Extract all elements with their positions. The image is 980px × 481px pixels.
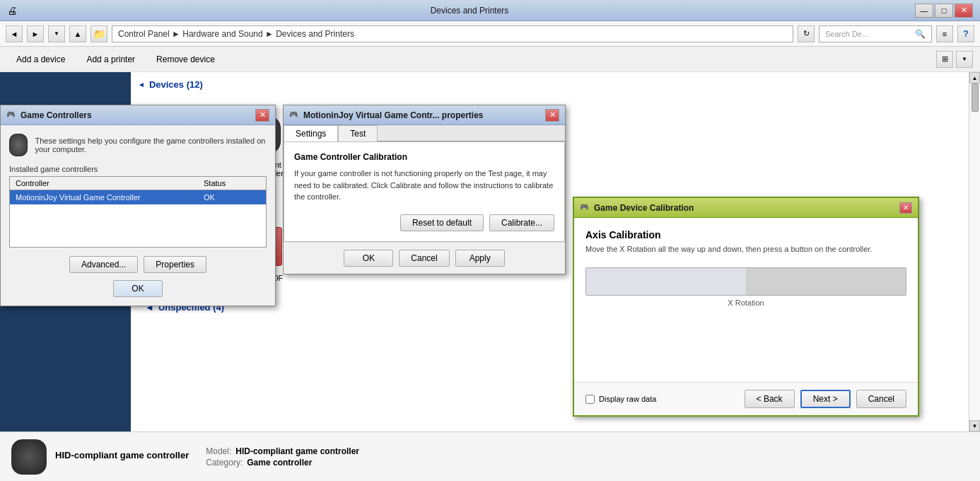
search-placeholder: Search De... — [825, 30, 868, 38]
props-cancel-button[interactable]: Cancel — [399, 250, 449, 267]
gc-table-body: MotioninJoy Virtual Game Controller OK — [10, 190, 266, 247]
props-ok-button[interactable]: OK — [344, 250, 393, 267]
axis-label: X Rotation — [585, 299, 906, 307]
address-bar: ◄ ► ▼ ▲ 📁 Control Panel ► Hardware and S… — [0, 21, 980, 47]
main-window: 🖨 Devices and Printers — □ ✕ ◄ ► ▼ ▲ 📁 C… — [0, 0, 980, 481]
add-device-button[interactable]: Add a device — [7, 51, 74, 68]
raw-data-checkbox-input[interactable] — [585, 395, 595, 404]
window-icon: 🖨 — [7, 5, 18, 16]
calib-nav-buttons: < Back Next > Cancel — [745, 390, 906, 408]
props-close[interactable]: ✕ — [545, 109, 559, 122]
props-icon: 🎮 — [289, 110, 299, 120]
gc-col-controller: Controller — [16, 179, 204, 187]
gc-dialog-icon: 🎮 — [6, 110, 16, 120]
back-button[interactable]: < Back — [745, 390, 795, 408]
gc-col-status: Status — [204, 179, 260, 187]
devices-arrow[interactable]: ◄ — [138, 81, 145, 88]
axis-calibration-title: Axis Calibration — [585, 229, 906, 240]
props-buttons: Reset to default Calibrate... — [294, 214, 554, 231]
scroll-up-button[interactable]: ▲ — [969, 72, 980, 83]
scroll-thumb[interactable] — [972, 83, 979, 112]
view-toggle-button[interactable]: ⊞ — [936, 51, 953, 68]
props-apply-button[interactable]: Apply — [455, 250, 505, 267]
bottom-category-row: Category: Game controller — [206, 458, 359, 468]
help-button[interactable]: ? — [957, 25, 974, 42]
up-button[interactable]: ▲ — [69, 25, 86, 42]
game-controllers-dialog: 🎮 Game Controllers ✕ These settings help… — [0, 105, 276, 306]
search-box[interactable]: Search De... 🔍 — [819, 25, 932, 42]
props-title-bar: 🎮 MotioninJoy Virtual Game Contr... prop… — [284, 105, 565, 125]
next-button[interactable]: Next > — [800, 390, 851, 408]
tab-test[interactable]: Test — [338, 125, 378, 141]
status-bar: HID-compliant game controller Model: HID… — [0, 431, 980, 481]
forward-button[interactable]: ► — [27, 25, 44, 42]
gc-ok-area: OK — [9, 280, 267, 297]
gc-ok-button[interactable]: OK — [113, 280, 163, 297]
tab-settings[interactable]: Settings — [284, 125, 338, 141]
cancel-button[interactable]: Cancel — [856, 390, 906, 408]
devices-label: Devices (12) — [149, 79, 203, 90]
gc-dialog-title: Game Controllers — [21, 110, 255, 120]
axis-bar-fill — [586, 268, 746, 295]
gc-table-header: Controller Status — [10, 177, 266, 190]
folder-icon: 📁 — [91, 25, 107, 42]
back-button[interactable]: ◄ — [6, 25, 23, 42]
vertical-scrollbar: ▲ ▼ — [969, 72, 980, 431]
table-row[interactable]: MotioninJoy Virtual Game Controller OK — [10, 190, 266, 204]
category-value: Game controller — [247, 458, 312, 468]
calibrate-button[interactable]: Calibrate... — [489, 214, 554, 231]
display-raw-data-checkbox[interactable]: Display raw data — [585, 395, 656, 404]
address-path[interactable]: Control Panel ► Hardware and Sound ► Dev… — [112, 25, 793, 42]
gc-section-label: Installed game controllers — [9, 165, 267, 173]
category-label: Category: — [206, 458, 243, 468]
minimize-button[interactable]: — — [915, 4, 933, 18]
calibration-title: Game Controller Calibration — [294, 152, 554, 162]
gc-dialog-close[interactable]: ✕ — [255, 109, 269, 122]
calib-close[interactable]: ✕ — [899, 202, 912, 214]
gc-header-text: These settings help you configure the ga… — [35, 137, 267, 153]
title-bar: 🖨 Devices and Printers — □ ✕ — [0, 0, 980, 21]
calib-content: Axis Calibration Move the X Rotation all… — [574, 218, 918, 382]
scroll-track[interactable] — [969, 83, 980, 420]
search-icon: 🔍 — [915, 29, 926, 39]
axis-bar-container: X Rotation — [585, 267, 906, 307]
advanced-button[interactable]: Advanced... — [69, 256, 138, 273]
devices-section-header: ◄ Devices (12) — [138, 79, 962, 90]
props-footer: OK Cancel Apply — [284, 242, 565, 274]
calib-footer: Display raw data < Back Next > Cancel — [574, 382, 918, 415]
gc-buttons: Advanced... Properties — [9, 256, 267, 273]
properties-button[interactable]: Properties — [144, 256, 206, 273]
calib-title: Game Device Calibration — [594, 203, 899, 213]
maximize-button[interactable]: □ — [935, 4, 953, 18]
gc-header-icon — [9, 134, 28, 156]
bottom-device-details: Model: HID-compliant game controller Cat… — [206, 446, 359, 468]
gc-dialog-content: These settings help you configure the ga… — [1, 125, 275, 306]
close-button[interactable]: ✕ — [955, 4, 973, 18]
properties-dialog: 🎮 MotioninJoy Virtual Game Contr... prop… — [283, 105, 566, 274]
add-printer-button[interactable]: Add a printer — [77, 51, 144, 68]
remove-device-button[interactable]: Remove device — [147, 51, 224, 68]
raw-data-checkbox-label: Display raw data — [599, 395, 656, 403]
gc-header: These settings help you configure the ga… — [9, 134, 267, 156]
scroll-down-button[interactable]: ▼ — [969, 420, 980, 431]
gc-dialog-title-bar: 🎮 Game Controllers ✕ — [1, 105, 275, 125]
calib-title-bar: 🎮 Game Device Calibration ✕ — [574, 198, 918, 218]
bottom-model-row: Model: HID-compliant game controller — [206, 446, 359, 456]
props-content: Game Controller Calibration If your game… — [284, 141, 565, 242]
view-options-button[interactable]: ≡ — [936, 25, 953, 42]
props-tab-bar: Settings Test — [284, 125, 565, 141]
toolbar: Add a device Add a printer Remove device… — [0, 47, 980, 72]
calibration-dialog: 🎮 Game Device Calibration ✕ Axis Calibra… — [573, 197, 919, 417]
bottom-device-info: HID-compliant game controller — [55, 450, 189, 463]
refresh-button[interactable]: ↻ — [798, 25, 815, 42]
props-body: Settings Test Game Controller Calibratio… — [284, 125, 565, 274]
bottom-device-name: HID-compliant game controller — [55, 450, 189, 460]
down-arrow-button[interactable]: ▼ — [48, 25, 65, 42]
calib-icon: 🎮 — [580, 203, 590, 213]
controller-name: MotioninJoy Virtual Game Controller — [16, 193, 204, 202]
view-dropdown-button[interactable]: ▼ — [956, 51, 973, 68]
axis-bar — [585, 267, 906, 296]
controller-status: OK — [204, 193, 260, 202]
calib-spacer — [585, 314, 906, 371]
reset-to-default-button[interactable]: Reset to default — [400, 214, 484, 231]
